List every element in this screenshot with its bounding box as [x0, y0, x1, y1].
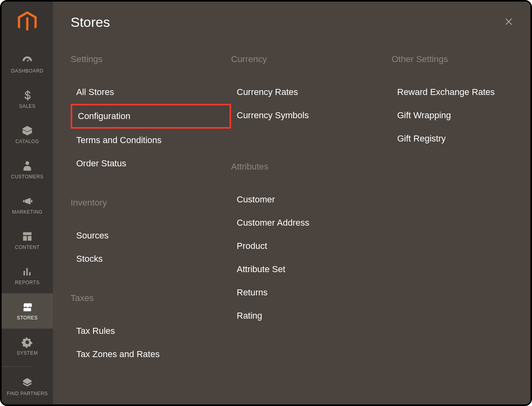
group-other-settings: Other Settings Reward Exchange Rates Gif… [392, 54, 500, 150]
group-attributes: Attributes Customer Customer Address Pro… [231, 162, 392, 327]
group-list: Reward Exchange Rates Gift Wrapping Gift… [392, 81, 500, 150]
magento-logo-icon [18, 11, 37, 33]
menu-item-gift-registry[interactable]: Gift Registry [392, 127, 500, 150]
sidebar-item-customers[interactable]: CUSTOMERS [2, 152, 53, 188]
sidebar-item-reports[interactable]: REPORTS [2, 258, 53, 293]
flyout-column: Other Settings Reward Exchange Rates Gif… [392, 54, 500, 388]
menu-item-stocks[interactable]: Stocks [71, 247, 231, 271]
menu-item-order-status[interactable]: Order Status [71, 152, 231, 175]
flyout-column: Currency Currency Rates Currency Symbols… [231, 54, 392, 388]
group-list: Tax Rules Tax Zones and Rates [71, 319, 231, 366]
close-icon [504, 17, 513, 28]
person-icon [22, 160, 33, 172]
admin-sidebar: DASHBOARD SALES CATALOG CUSTOMERS MARKET [2, 2, 53, 404]
close-button[interactable] [503, 17, 514, 28]
svg-marker-1 [26, 17, 28, 31]
group-title: Currency [231, 54, 392, 65]
menu-item-returns[interactable]: Returns [231, 281, 392, 304]
menu-item-tax-rules[interactable]: Tax Rules [71, 319, 231, 343]
group-list: Sources Stocks [71, 224, 231, 271]
puzzle-icon [22, 377, 33, 388]
store-icon [22, 301, 33, 313]
sidebar-item-marketing[interactable]: MARKETING [2, 188, 53, 223]
group-list: Customer Customer Address Product Attrib… [231, 188, 392, 327]
nav-label: REPORTS [15, 280, 39, 285]
nav-label: DASHBOARD [11, 68, 44, 74]
sidebar-divider [2, 366, 32, 367]
sidebar-item-content[interactable]: CONTENT [2, 223, 53, 258]
group-title: Other Settings [392, 54, 500, 65]
menu-item-currency-rates[interactable]: Currency Rates [231, 81, 392, 104]
megaphone-icon [22, 196, 33, 207]
nav-label: SYSTEM [17, 350, 38, 356]
menu-item-all-stores[interactable]: All Stores [71, 81, 231, 104]
gear-icon [22, 337, 33, 348]
bar-chart-icon [22, 266, 33, 277]
flyout-header: Stores [71, 14, 514, 30]
flyout-title: Stores [71, 14, 110, 30]
group-currency: Currency Currency Rates Currency Symbols [231, 54, 392, 127]
nav-label: CATALOG [15, 139, 39, 144]
layout-icon [22, 231, 33, 242]
sidebar-item-catalog[interactable]: CATALOG [2, 117, 53, 152]
group-title: Attributes [231, 162, 392, 172]
gauge-icon [22, 55, 33, 66]
nav-label: SALES [19, 103, 35, 109]
group-taxes: Taxes Tax Rules Tax Zones and Rates [71, 293, 231, 366]
group-title: Taxes [71, 293, 231, 303]
group-inventory: Inventory Sources Stocks [71, 198, 231, 271]
sidebar-nav: DASHBOARD SALES CATALOG CUSTOMERS MARKET [2, 46, 53, 404]
group-title: Inventory [71, 198, 231, 208]
menu-item-gift-wrapping[interactable]: Gift Wrapping [392, 104, 500, 127]
menu-item-sources[interactable]: Sources [71, 224, 231, 247]
sidebar-item-system[interactable]: SYSTEM [2, 329, 53, 364]
menu-item-product[interactable]: Product [231, 234, 392, 258]
menu-item-customer[interactable]: Customer [231, 188, 392, 211]
flyout-columns: Settings All Stores Configuration Terms … [71, 54, 514, 388]
menu-item-rating[interactable]: Rating [231, 304, 392, 327]
nav-label: MARKETING [12, 209, 43, 215]
menu-item-customer-address[interactable]: Customer Address [231, 211, 392, 234]
group-settings: Settings All Stores Configuration Terms … [71, 54, 231, 175]
flyout-column: Settings All Stores Configuration Terms … [71, 54, 231, 388]
group-list: All Stores Configuration Terms and Condi… [71, 81, 231, 175]
sidebar-item-sales[interactable]: SALES [2, 82, 53, 117]
nav-label: STORES [17, 315, 38, 321]
sidebar-item-dashboard[interactable]: DASHBOARD [2, 46, 53, 82]
sidebar-item-stores[interactable]: STORES [2, 293, 53, 329]
nav-label: CONTENT [15, 244, 40, 250]
menu-item-attribute-set[interactable]: Attribute Set [231, 258, 392, 281]
menu-item-tax-zones-and-rates[interactable]: Tax Zones and Rates [71, 343, 231, 366]
group-title: Settings [71, 54, 231, 65]
menu-item-currency-symbols[interactable]: Currency Symbols [231, 104, 392, 127]
box-icon [22, 125, 33, 136]
nav-label: FIND PARTNERS [7, 391, 48, 396]
dollar-icon [22, 90, 33, 101]
menu-item-terms-and-conditions[interactable]: Terms and Conditions [71, 129, 231, 152]
group-list: Currency Rates Currency Symbols [231, 81, 392, 127]
menu-item-reward-exchange-rates[interactable]: Reward Exchange Rates [392, 81, 500, 104]
stores-flyout-panel: Stores Settings All Stores Configuration… [53, 2, 530, 404]
sidebar-item-find-partners[interactable]: FIND PARTNERS [2, 369, 53, 404]
nav-label: CUSTOMERS [11, 174, 44, 180]
menu-item-configuration[interactable]: Configuration [71, 104, 231, 129]
